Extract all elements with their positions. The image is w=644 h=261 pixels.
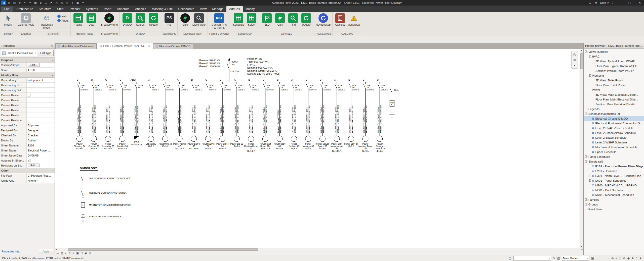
maximize-button[interactable]: ▢ <box>626 0 633 6</box>
button-update[interactable]: Update <box>300 13 312 27</box>
tree-item-e601-panel-schedules[interactable]: +▤E601 - Panel Schedules <box>584 178 644 183</box>
view-tab-electrical-circuits-dimod[interactable]: ▤Electrical Circuits DIMOD <box>153 43 193 49</box>
button-transmit-a-model[interactable]: Transmit a model <box>37 13 56 29</box>
undo-icon[interactable]: ↶ <box>22 1 27 5</box>
tree-item-level-2-hvac-zone-schedule[interactable]: ▦Level 2 HVAC Zone Schedule <box>584 126 644 130</box>
expand-icon[interactable]: + <box>585 155 587 158</box>
tree-item-level-2-space-airflow-schedule[interactable]: ▦Level 2 Space Airflow Schedule <box>584 130 644 135</box>
thin-lines-icon[interactable]: ≡ <box>70 1 75 5</box>
button-sld[interactable]: SLD <box>261 13 273 27</box>
tree-item-3d-view-main-electrical-distrib[interactable]: 3D View: Main Electrical Distrib... <box>584 92 644 97</box>
tree-item-3d-view-toilet-room[interactable]: 3D View: Toilet Room <box>584 78 644 83</box>
tree-item-power[interactable]: −Power <box>584 87 644 92</box>
button-ps[interactable]: PSPS <box>163 13 176 27</box>
ribbon-tab-annotate[interactable]: Annotate <box>114 6 132 12</box>
scroll-down-icon[interactable]: ▾ <box>581 245 582 248</box>
minimize-button[interactable]: – <box>616 0 623 6</box>
tree-item-revit-links[interactable]: +Revit Links <box>584 207 644 212</box>
exclude-options-icon[interactable]: ▣ <box>591 257 594 260</box>
sync-with-central-icon[interactable]: ↻ <box>17 1 22 5</box>
button-modify[interactable]: Modify <box>2 13 14 27</box>
shadows-icon[interactable]: ◑ <box>73 252 74 254</box>
tree-item-plumbing[interactable]: −Plumbing <box>584 73 644 78</box>
ribbon-tab-collaborate[interactable]: Collaborate <box>176 6 197 12</box>
revit-app-button[interactable]: R <box>1 1 6 5</box>
text-note-icon[interactable]: A <box>54 1 59 5</box>
button-breakerwiring[interactable]: BreakerWiring <box>100 13 118 27</box>
select-links-icon[interactable]: # <box>616 257 617 260</box>
select-by-face-icon[interactable]: ◈ <box>627 257 630 260</box>
collapse-icon[interactable]: − <box>585 50 587 53</box>
tree-item-electrical-equipment-connection-sc[interactable]: ▦Electrical Equipment Connection Sc... <box>584 121 644 126</box>
tree-item-mechanical-equipment-schedule[interactable]: ▦Mechanical Equipment Schedule <box>584 145 644 149</box>
default-3d-view-icon[interactable]: ◇ <box>59 1 64 5</box>
ribbon-tab-manage[interactable]: Manage <box>209 6 226 12</box>
button-dimod[interactable]: DDIMOD <box>121 13 134 27</box>
tree-item-groups[interactable]: +Groups <box>584 202 644 207</box>
panel-label-revit-lookup[interactable]: Revit Lookup <box>314 31 332 36</box>
file-open-icon[interactable]: ▤ <box>7 1 12 5</box>
sun-path-icon[interactable]: ☀ <box>68 252 71 254</box>
ribbon-tab-insert[interactable]: Insert <box>101 6 114 12</box>
tree-item-m701-mechanical-schedules[interactable]: +▤M701 - Mechanical Schedules <box>584 192 644 197</box>
panel-label-breakerrating[interactable]: BreakerRating <box>71 31 99 36</box>
type-selector[interactable]: Sheet: Electrical Pow ▾ <box>1 50 37 56</box>
panel-label-etransmit[interactable]: eTransmit <box>36 31 70 36</box>
tree-item-floor-plan-toilet-room[interactable]: Floor Plan: Toilet Room <box>584 83 644 87</box>
zoom-icon[interactable]: ⊕ <box>572 57 577 62</box>
panel-label-electricalfinder[interactable]: ElectricalFinder <box>178 31 208 36</box>
drag-on-selection-icon[interactable]: ✚ <box>631 257 634 260</box>
ribbon-tab-file[interactable]: File <box>1 7 13 12</box>
ribbon-tab-view[interactable]: View <box>197 6 210 12</box>
expand-icon[interactable]: + <box>589 179 591 182</box>
button-find[interactable]: Find <box>287 13 299 27</box>
tree-item-section-main-electrical-distrib[interactable]: Section: Main Electrical Distrib... <box>584 102 644 107</box>
property-group-graphics[interactable]: Graphics▴ <box>0 58 55 63</box>
panel-label-dwellingps[interactable]: dwellingPS <box>161 31 177 36</box>
measure-icon[interactable]: ⌀ <box>38 1 43 5</box>
expand-icon[interactable]: + <box>589 194 591 196</box>
vertical-scroll-thumb[interactable] <box>580 53 583 69</box>
customize-qat-icon[interactable]: ▾ <box>80 1 86 5</box>
button-calc[interactable]: Calc <box>274 13 286 27</box>
panel-label-formit-converter[interactable]: FormIt Converter <box>208 31 231 36</box>
expand-icon[interactable]: + <box>589 189 591 191</box>
worksets-icon[interactable]: ◫ <box>557 257 560 260</box>
expand-icon[interactable]: + <box>585 208 587 210</box>
expand-icon[interactable]: + <box>585 108 587 110</box>
panel-label-dimod[interactable]: DIMOD <box>120 31 161 36</box>
tree-item-hvac[interactable]: −HVAC <box>584 54 644 59</box>
expand-icon[interactable]: + <box>589 175 591 177</box>
tree-item-level-2-wshp-schedule[interactable]: ▦Level 2 WSHP Schedule <box>584 140 644 145</box>
section-icon[interactable]: ◎ <box>65 1 70 5</box>
view-tab-e101-electrical-power-riser-dia[interactable]: ▤E101 - Electrical Power Riser Dia...✕ <box>97 43 153 49</box>
collapse-icon[interactable]: − <box>585 113 587 115</box>
property-group-other[interactable]: Other▴ <box>0 168 55 173</box>
sign-in-button[interactable]: Sign In <box>600 1 609 4</box>
close-button[interactable]: ✕ <box>636 0 643 6</box>
tag-by-category-icon[interactable]: ⚑ <box>49 1 54 5</box>
tree-item-m601-duct-sections[interactable]: +▤M601 - Duct Sections <box>584 188 644 192</box>
design-options-dropdown[interactable]: Main Model▾ <box>562 256 589 260</box>
tree-item-sheets-all[interactable]: −Sheets (all) <box>584 159 644 164</box>
switch-windows-icon[interactable]: ▣ <box>75 1 80 5</box>
ribbon-tab-massing-site[interactable]: Massing & Site <box>149 6 175 12</box>
search-icon[interactable] <box>589 1 592 5</box>
scroll-up-icon[interactable]: ▴ <box>581 49 582 51</box>
button-calculos[interactable]: Calculos <box>334 13 346 27</box>
tree-item-families[interactable]: +Families <box>584 197 644 202</box>
tree-item-section-typical-room-wshp[interactable]: Section: Typical Room WSHP <box>584 68 644 73</box>
detail-level-icon[interactable]: ▤ <box>61 252 63 254</box>
button-about[interactable]: iAbout <box>57 19 69 22</box>
ribbon-tab-analyze[interactable]: Analyze <box>132 6 149 12</box>
scroll-left-icon[interactable]: ◂ <box>56 248 57 251</box>
panel-label-caldimo[interactable]: CALDIMO <box>333 31 362 36</box>
collapse-icon[interactable]: − <box>589 74 591 77</box>
button-external-tools[interactable]: External Tools▾ <box>17 13 35 29</box>
select-underlay-icon[interactable]: ◇ <box>619 257 621 260</box>
button-revitlookup[interactable]: RevitLookup <box>315 13 331 27</box>
button-schedule[interactable]: Schedule <box>232 13 245 27</box>
print-icon[interactable]: ▦ <box>33 1 38 5</box>
collapse-icon[interactable]: − <box>589 89 591 91</box>
close-icon[interactable]: ✕ <box>51 44 53 47</box>
